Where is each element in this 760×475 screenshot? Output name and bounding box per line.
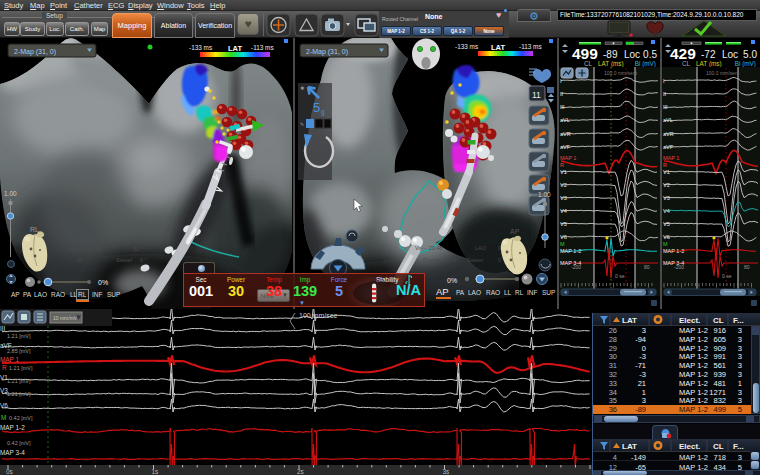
svg-text:Bi (mV): Bi (mV) (735, 60, 756, 68)
svg-text:0%: 0% (447, 277, 457, 284)
svg-text:LAT (ms): LAT (ms) (598, 60, 624, 68)
svg-text:MAP 1: MAP 1 (663, 155, 679, 161)
svg-text:V5: V5 (663, 221, 670, 227)
svg-text:M: M (1, 414, 6, 421)
svg-text:1.21 [mV]: 1.21 [mV] (7, 391, 31, 397)
svg-text:0: 0 (78, 257, 81, 263)
svg-text:Bi (mV): Bi (mV) (635, 60, 656, 68)
svg-text:Vi···· 20.48: Vi···· 20.48 (415, 245, 442, 251)
svg-text:R: R (2, 364, 7, 371)
svg-text:Swivel: Swivel (116, 257, 132, 263)
svg-text:1s: 1s (152, 468, 159, 475)
svg-text:aVL: aVL (560, 117, 570, 123)
svg-text:V2: V2 (663, 182, 670, 188)
svg-text:aVR: aVR (663, 131, 674, 137)
svg-text:Cranial: Cranial (423, 257, 440, 263)
svg-text:0.5: 0.5 (643, 49, 657, 60)
svg-text:Loc: Loc (722, 49, 738, 60)
svg-text:-200: -200 (674, 264, 684, 270)
svg-text:100.0 mm/sent: 100.0 mm/sent (706, 70, 740, 76)
svg-text:1.00: 1.00 (538, 191, 551, 198)
svg-text:V4: V4 (560, 208, 567, 214)
svg-text:aVF: aVF (663, 144, 674, 150)
svg-text:M: M (560, 241, 565, 247)
svg-text:II: II (560, 91, 564, 97)
svg-text:R: R (663, 162, 667, 168)
svg-text:CL: CL (713, 316, 724, 325)
svg-text:CL: CL (713, 442, 724, 451)
svg-text:-200: -200 (571, 264, 581, 270)
svg-text:-89: -89 (603, 49, 618, 60)
svg-text:V6: V6 (0, 402, 8, 409)
svg-text:MAP 3-4: MAP 3-4 (0, 449, 25, 456)
svg-text:50 °: 50 ° (133, 246, 143, 252)
svg-text:V4: V4 (663, 208, 670, 214)
svg-text:1.21 [mV]: 1.21 [mV] (9, 365, 33, 371)
svg-text:100.0 mm/sent: 100.0 mm/sent (604, 70, 638, 76)
svg-text:LAT: LAT (622, 316, 637, 325)
svg-text:-113 ms: -113 ms (519, 43, 542, 50)
svg-text:V5: V5 (560, 221, 567, 227)
svg-text:1.21 [mV]: 1.21 [mV] (7, 333, 31, 339)
svg-text:Viewing 20.48: Viewing 20.48 (66, 246, 100, 252)
svg-text:2.85 [mV]: 2.85 [mV] (7, 348, 31, 354)
svg-text:0 se: 0 se (615, 273, 625, 279)
svg-text:M: M (663, 241, 668, 247)
svg-text:0 se: 0 se (722, 273, 732, 279)
svg-text:0.42 [mV]: 0.42 [mV] (7, 440, 31, 446)
svg-text:CL: CL (682, 60, 691, 67)
svg-text:0 °: 0 ° (140, 257, 147, 263)
svg-text:80: 80 (644, 264, 650, 270)
svg-text:F...: F... (733, 316, 744, 325)
svg-text:LAT (ms): LAT (ms) (696, 60, 722, 68)
svg-text:10 mm/mV: 10 mm/mV (53, 315, 78, 321)
svg-text:0s: 0s (6, 468, 13, 475)
svg-text:R: R (560, 162, 564, 168)
svg-text:80: 80 (744, 264, 750, 270)
svg-text:2-Map (31, 0): 2-Map (31, 0) (306, 48, 348, 56)
svg-text:1.00: 1.00 (4, 190, 17, 197)
svg-text:LAT: LAT (622, 442, 637, 451)
svg-text:aVL: aVL (663, 117, 673, 123)
svg-text:LAT: LAT (228, 44, 242, 53)
svg-text:MAP 1-2: MAP 1-2 (0, 424, 25, 431)
svg-text:Elect.: Elect. (679, 442, 700, 451)
svg-text:-133 ms: -133 ms (189, 44, 212, 51)
svg-text:Swivel: Swivel (467, 257, 483, 263)
svg-text:g: g (321, 108, 325, 116)
svg-text:1.21 [mV]: 1.21 [mV] (7, 378, 31, 384)
svg-text:CL: CL (584, 60, 593, 67)
svg-text:LAT: LAT (491, 43, 505, 52)
svg-text:0 °: 0 ° (453, 257, 460, 263)
svg-text:V6: V6 (663, 234, 670, 240)
svg-text:✎: ✎ (300, 121, 304, 127)
svg-text:-133 ms: -133 ms (455, 43, 478, 50)
svg-text:F...: F... (733, 442, 744, 451)
svg-text:5.0: 5.0 (743, 49, 757, 60)
svg-text:2s: 2s (297, 468, 304, 475)
svg-text:III: III (560, 104, 565, 110)
svg-text:RL: RL (30, 226, 39, 233)
svg-text:MAP 1: MAP 1 (0, 356, 20, 363)
svg-text:V3: V3 (663, 195, 670, 201)
svg-text:-72: -72 (701, 49, 716, 60)
svg-text:11: 11 (532, 90, 541, 100)
svg-text:III: III (0, 325, 6, 332)
svg-text:MAP 1-2: MAP 1-2 (560, 248, 581, 254)
svg-text:LAO: LAO (475, 245, 487, 251)
svg-text:V1: V1 (560, 169, 567, 175)
svg-text:0%: 0% (98, 279, 108, 286)
svg-text:2-Map (31, 0): 2-Map (31, 0) (14, 48, 56, 56)
svg-text:III: III (663, 104, 668, 110)
svg-text:Elect.: Elect. (679, 316, 700, 325)
svg-text:5: 5 (313, 100, 320, 115)
svg-text:V2: V2 (560, 182, 567, 188)
svg-text:V1: V1 (663, 169, 670, 175)
svg-text:aVF: aVF (560, 144, 571, 150)
svg-text:MAP 1: MAP 1 (560, 155, 576, 161)
svg-text:V3: V3 (560, 195, 567, 201)
svg-text:0.42 [mV]: 0.42 [mV] (9, 415, 33, 421)
svg-text:MAP 1-2: MAP 1-2 (663, 248, 684, 254)
svg-text:II: II (663, 91, 667, 97)
svg-text:V6: V6 (560, 234, 567, 240)
